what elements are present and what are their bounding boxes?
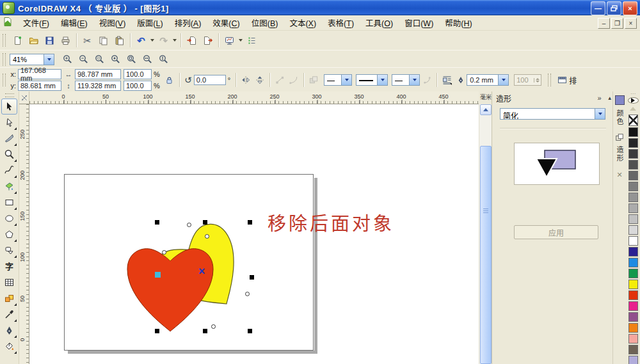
mirror-horizontal-button[interactable] xyxy=(239,73,253,87)
pick-tool[interactable] xyxy=(1,99,17,115)
dropdown-arrow[interactable] xyxy=(172,33,178,48)
text-tool[interactable]: 字 xyxy=(1,258,17,274)
doc-close-button[interactable]: × xyxy=(625,18,637,29)
ellipse-tool[interactable] xyxy=(1,210,17,226)
table-tool[interactable] xyxy=(1,274,17,290)
curve-node[interactable] xyxy=(205,234,209,239)
outline-pen-tool[interactable] xyxy=(1,322,17,338)
color-swatch[interactable] xyxy=(628,127,638,137)
zoom-level-combo[interactable]: 41% xyxy=(10,54,54,65)
menu-h[interactable]: 帮助(H) xyxy=(439,15,477,31)
palette-grip[interactable]: ⋯ xyxy=(630,92,636,96)
no-color-swatch[interactable] xyxy=(628,115,638,126)
import-button[interactable] xyxy=(184,33,200,48)
selection-handle[interactable] xyxy=(248,329,252,333)
scrollbar-thumb[interactable] xyxy=(480,146,492,364)
reduce-nodes-button[interactable] xyxy=(273,73,287,87)
zoom-tool[interactable] xyxy=(1,146,17,162)
color-swatch[interactable] xyxy=(628,182,638,191)
menu-w[interactable]: 窗口(W) xyxy=(399,15,439,31)
color-swatch[interactable] xyxy=(628,160,638,170)
scale-y-field[interactable]: 100.0 xyxy=(124,81,152,91)
menu-x[interactable]: 文本(X) xyxy=(284,15,322,31)
doc-restore-button[interactable]: ❐ xyxy=(611,18,623,29)
color-swatch[interactable] xyxy=(628,301,638,311)
color-swatch[interactable] xyxy=(628,258,638,267)
toolbar-grip[interactable] xyxy=(548,74,551,86)
weld-button[interactable] xyxy=(307,73,321,87)
minimize-button[interactable]: — xyxy=(591,1,605,15)
selection-handle[interactable] xyxy=(203,329,207,333)
color-swatch[interactable] xyxy=(628,203,638,213)
smart-fill-tool[interactable] xyxy=(1,178,17,194)
curve-node[interactable] xyxy=(187,223,191,227)
chevron-down-icon[interactable] xyxy=(44,54,54,65)
menu-b[interactable]: 位图(B) xyxy=(246,15,284,31)
selection-handle[interactable] xyxy=(155,329,159,333)
tab-color[interactable]: 颜色 xyxy=(614,107,625,128)
color-swatch[interactable] xyxy=(628,269,638,278)
x-position-field[interactable]: 167.068 mm xyxy=(18,69,61,79)
crop-tool[interactable] xyxy=(1,131,17,146)
polygon-tool[interactable] xyxy=(1,226,17,242)
undo-button[interactable]: ↶ xyxy=(133,33,149,48)
dropdown-arrow[interactable] xyxy=(149,33,156,48)
new-button[interactable] xyxy=(10,33,26,48)
selection-handle[interactable] xyxy=(203,220,207,225)
menu-t[interactable]: 表格(T) xyxy=(322,15,360,31)
basic-shapes-tool[interactable] xyxy=(1,242,17,258)
menu-v[interactable]: 视图(V) xyxy=(93,15,132,31)
selection-handle[interactable] xyxy=(248,220,252,225)
zoom-in-button[interactable] xyxy=(60,52,76,67)
color-swatch[interactable] xyxy=(628,247,638,257)
paste-button[interactable] xyxy=(111,33,127,48)
close-button[interactable]: × xyxy=(623,1,637,15)
blend-tool[interactable] xyxy=(1,290,17,306)
color-swatch[interactable] xyxy=(628,193,638,202)
chevron-down-icon[interactable] xyxy=(595,109,605,119)
zoom-page-height-button[interactable] xyxy=(156,52,172,67)
color-swatch[interactable] xyxy=(628,225,638,235)
palette-flyout-button[interactable] xyxy=(628,97,639,104)
toolbar-grip[interactable] xyxy=(3,34,6,47)
dropdown-arrow[interactable] xyxy=(237,33,244,48)
menu-a[interactable]: 排列(A) xyxy=(169,15,207,31)
object-height-field[interactable]: 119.328 mm xyxy=(75,81,121,91)
chevron-down-icon[interactable] xyxy=(341,75,351,85)
curve-node[interactable] xyxy=(245,292,250,296)
toolbar-grip[interactable] xyxy=(3,74,6,86)
zoom-all-button[interactable] xyxy=(108,52,124,67)
color-swatch[interactable] xyxy=(628,214,638,224)
menu-c[interactable]: 效果(C) xyxy=(207,15,245,31)
tab-shaping[interactable]: 造形 xyxy=(614,144,625,164)
y-position-field[interactable]: 88.681 mm xyxy=(18,81,61,91)
fill-tool[interactable] xyxy=(1,338,17,354)
end-arrowhead-combo[interactable] xyxy=(392,74,420,86)
toolbox-grip[interactable] xyxy=(5,93,14,97)
restore-button[interactable] xyxy=(607,1,621,15)
color-swatch[interactable] xyxy=(628,356,638,364)
chevron-down-icon[interactable] xyxy=(377,75,387,85)
object-center-marker[interactable] xyxy=(155,272,161,278)
palette-scroll-up[interactable] xyxy=(630,107,636,111)
open-button[interactable] xyxy=(26,33,42,48)
docked-toolbar-button[interactable] xyxy=(555,73,569,87)
ruler-origin[interactable] xyxy=(19,91,29,104)
selection-handle[interactable] xyxy=(155,220,159,225)
wrap-text-button[interactable] xyxy=(440,73,454,87)
export-button[interactable] xyxy=(200,33,216,48)
zoom-out-button[interactable] xyxy=(76,52,92,67)
selection-handle[interactable] xyxy=(250,275,254,280)
copy-button[interactable] xyxy=(95,33,111,48)
cut-button[interactable]: ✂ xyxy=(79,33,95,48)
launcher-button[interactable] xyxy=(221,33,237,48)
mirror-vertical-button[interactable] xyxy=(253,73,267,87)
menu-o[interactable]: 工具(O) xyxy=(360,15,399,31)
vertical-scrollbar[interactable] xyxy=(479,104,492,364)
menu-e[interactable]: 编辑(E) xyxy=(55,15,93,31)
shaping-mode-combo[interactable]: 简化 xyxy=(500,108,605,120)
drawing-canvas[interactable]: × 移除后面对象 xyxy=(29,104,479,364)
chevron-down-icon[interactable] xyxy=(409,75,419,85)
object-width-field[interactable]: 98.787 mm xyxy=(75,69,121,79)
doc-minimize-button[interactable]: – xyxy=(598,18,610,29)
